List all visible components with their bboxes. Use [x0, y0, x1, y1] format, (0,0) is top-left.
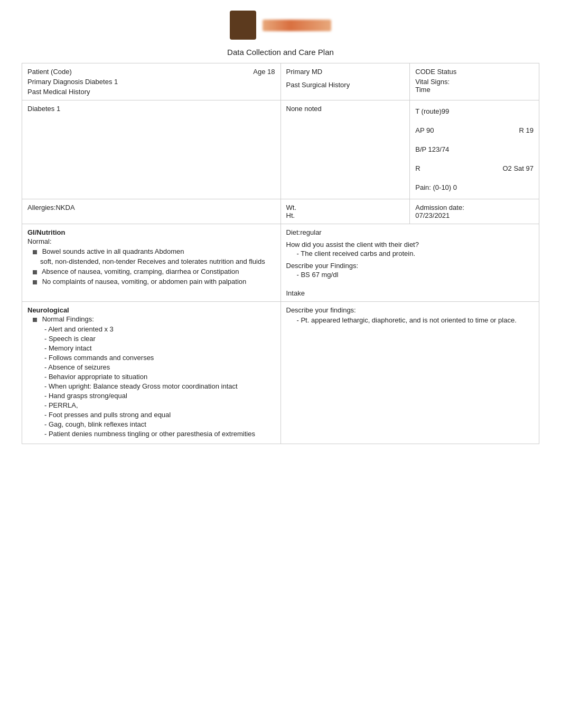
primary-md-cell: Primary MD Past Surgical History — [280, 63, 410, 100]
neuro-item-7: Hand grasps strong/equal — [44, 392, 275, 400]
ht-label: Ht. — [286, 211, 405, 219]
bp-vital: B/P 123/74 — [415, 143, 534, 156]
allergies-cell: Allergies:NKDA — [22, 199, 281, 224]
neuro-item-5: Behavior appropriate to situation — [44, 373, 275, 381]
admission-cell: Admission date: 07/23/2021 — [410, 199, 539, 224]
pain-vital: Pain: (0-10) 0 — [415, 181, 534, 195]
allergies-label: Allergies:NKDA — [27, 204, 275, 211]
neuro-item-4: Absence of seizures — [44, 363, 275, 371]
wt-label: Wt. — [286, 204, 405, 211]
vitals-grid: T (route)99 AP 90 R 19 B/P 123/74 R O2 S… — [415, 105, 534, 195]
gi-subtitle: Normal: — [27, 237, 275, 245]
neuro-bullets: Normal Findings: — [27, 315, 275, 323]
gi-row: GI/Nutrition Normal: Bowel sounds active… — [22, 224, 539, 302]
bullet-icon-1 — [33, 250, 37, 254]
neuro-findings-item-0: Pt. appeared lethargic, diaphoretic, and… — [297, 316, 534, 324]
gi-cell: GI/Nutrition Normal: Bowel sounds active… — [22, 224, 281, 302]
logo-text — [263, 20, 331, 31]
neuro-row: Neurological Normal Findings: Alert and … — [22, 302, 539, 444]
patient-code-label: Patient (Code) — [27, 68, 72, 76]
neuro-block: Neurological Normal Findings: Alert and … — [27, 306, 275, 438]
primary-md-label: Primary MD — [286, 68, 405, 76]
findings-list: BS 67 mg/dl — [286, 271, 534, 279]
diet-label: Diet:regular — [286, 228, 534, 236]
neuro-item-6: When upright: Balance steady Gross motor… — [44, 382, 275, 390]
patient-header-row: Patient (Code) Age 18 Primary Diagnosis … — [22, 63, 539, 100]
past-surgical-history-label: Past Surgical History — [286, 81, 405, 89]
intake-label: Intake — [286, 289, 534, 297]
neuro-findings-cell: Describe your findings: Pt. appeared let… — [280, 302, 539, 444]
past-medical-history-label: Past Medical History — [27, 88, 275, 96]
logo-icon — [230, 11, 256, 40]
neuro-findings-block: Describe your findings: Pt. appeared let… — [286, 306, 534, 324]
bullet-icon-4 — [33, 280, 37, 284]
neuro-item-3: Follows commands and converses — [44, 354, 275, 362]
assist-list: The client received carbs and protein. — [286, 250, 534, 257]
admission-date: 07/23/2021 — [415, 211, 534, 219]
vitals-cell: T (route)99 AP 90 R 19 B/P 123/74 R O2 S… — [410, 100, 539, 199]
assist-answer: The client received carbs and protein. — [297, 250, 534, 257]
findings-label: Describe your Findings: — [286, 262, 534, 270]
neuro-item-2: Memory intact — [44, 344, 275, 352]
past-surgical-history-value: None noted — [286, 105, 405, 113]
logo — [228, 11, 333, 42]
neuro-item-9: Foot presses and pulls strong and equal — [44, 411, 275, 419]
past-surgical-history-value-cell: None noted — [280, 100, 410, 199]
r2-vital: R — [415, 162, 420, 176]
neuro-item-0: Alert and oriented x 3 — [44, 325, 275, 333]
gi-bullets: Bowel sounds active in all quadrants Abd… — [27, 247, 275, 285]
age-label: Age 18 — [253, 68, 275, 76]
admission-label: Admission date: — [415, 204, 534, 211]
logo-area — [22, 11, 539, 42]
r-vital: R 19 — [519, 124, 534, 137]
neuro-item-8: PERRLA, — [44, 401, 275, 409]
gi-bullet-2: soft, non-distended, non-tender Receives… — [33, 257, 275, 265]
neuro-item-1: Speech is clear — [44, 335, 275, 343]
neuro-subtitle: Normal Findings: — [33, 315, 275, 323]
page-title: Data Collection and Care Plan — [22, 48, 539, 57]
assist-question: How did you assist the client with their… — [286, 241, 534, 248]
patient-code-cell: Patient (Code) Age 18 Primary Diagnosis … — [22, 63, 281, 100]
neuro-findings-list: Pt. appeared lethargic, diaphoretic, and… — [286, 316, 534, 324]
o2-vital: O2 Sat 97 — [502, 162, 534, 176]
neuro-item-11: Patient denies numbness tingling or othe… — [44, 430, 275, 438]
main-table: Patient (Code) Age 18 Primary Diagnosis … — [22, 63, 539, 444]
past-medical-history-value-cell: Diabetes 1 — [22, 100, 281, 199]
code-status-cell: CODE Status Vital Signs: Time — [410, 63, 539, 100]
weight-height-cell: Wt. Ht. — [280, 199, 410, 224]
patient-data-row: Diabetes 1 None noted T (route)99 AP 90 … — [22, 100, 539, 199]
findings-value: BS 67 mg/dl — [297, 271, 534, 279]
past-medical-history-value: Diabetes 1 — [27, 105, 275, 113]
gi-bullet-1: Bowel sounds active in all quadrants Abd… — [33, 247, 275, 255]
time-label: Time — [415, 86, 534, 94]
neuro-bullet-icon — [33, 318, 37, 322]
diet-cell: Diet:regular How did you assist the clie… — [280, 224, 539, 302]
gi-bullet-3: Absence of nausea, vomiting, cramping, d… — [33, 268, 275, 275]
gi-title: GI/Nutrition — [27, 228, 275, 236]
gi-block: GI/Nutrition Normal: Bowel sounds active… — [27, 228, 275, 285]
page: Data Collection and Care Plan Patient (C… — [16, 0, 545, 455]
code-status-label: CODE Status — [415, 68, 534, 76]
diet-block: Diet:regular How did you assist the clie… — [286, 228, 534, 297]
neuro-cell: Neurological Normal Findings: Alert and … — [22, 302, 281, 444]
neuro-item-10: Gag, cough, blink reflexes intact — [44, 420, 275, 428]
neuro-title: Neurological — [27, 306, 275, 314]
t-vital: T (route)99 — [415, 105, 534, 118]
ap-vital: AP 90 — [415, 124, 434, 137]
gi-bullet-4: No complaints of nausea, vomiting, or ab… — [33, 278, 275, 285]
neuro-findings-label: Describe your findings: — [286, 306, 534, 314]
vital-signs-label: Vital Signs: — [415, 78, 534, 86]
allergies-row: Allergies:NKDA Wt. Ht. Admission date: 0… — [22, 199, 539, 224]
neuro-dash-list: Alert and oriented x 3 Speech is clear M… — [27, 325, 275, 438]
primary-diagnosis-label: Primary Diagnosis Diabetes 1 — [27, 78, 275, 86]
bullet-icon-3 — [33, 270, 37, 274]
